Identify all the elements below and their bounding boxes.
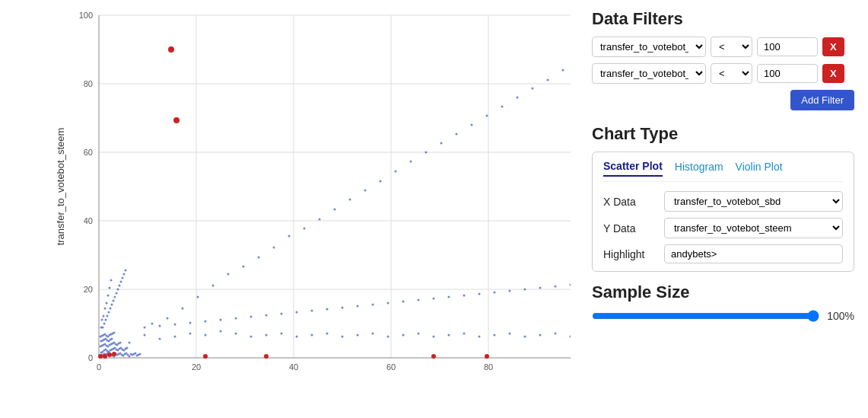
tab-violin-plot[interactable]: Violin Plot <box>736 160 783 177</box>
svg-point-216 <box>494 292 496 294</box>
svg-point-179 <box>380 180 382 183</box>
svg-text:80: 80 <box>484 362 493 372</box>
svg-point-114 <box>220 330 222 333</box>
x-data-select[interactable]: transfer_to_votebot_sbd <box>664 191 843 212</box>
svg-point-233 <box>112 352 116 356</box>
tab-scatter-plot[interactable]: Scatter Plot <box>603 160 663 177</box>
svg-point-190 <box>547 79 549 81</box>
svg-point-144 <box>108 311 110 314</box>
svg-point-128 <box>433 336 435 338</box>
svg-point-231 <box>103 354 107 359</box>
svg-text:20: 20 <box>192 362 201 372</box>
svg-point-163 <box>110 279 113 282</box>
svg-point-182 <box>425 152 428 154</box>
svg-text:20: 20 <box>84 285 93 294</box>
tab-histogram[interactable]: Histogram <box>675 160 723 177</box>
svg-point-165 <box>167 317 169 320</box>
svg-text:0: 0 <box>88 353 93 362</box>
svg-point-183 <box>440 142 443 145</box>
filter-field-select-2[interactable]: transfer_to_votebot_ <box>592 63 706 84</box>
svg-point-196 <box>189 322 192 324</box>
svg-point-186 <box>486 115 488 117</box>
scatter-plot-svg: 0 20 40 60 80 100 0 20 40 60 80 100 tran… <box>53 8 571 380</box>
sample-size-display: 100% <box>827 310 854 322</box>
svg-point-154 <box>123 273 126 276</box>
svg-point-147 <box>113 300 115 302</box>
svg-point-120 <box>311 334 313 337</box>
svg-point-212 <box>433 298 435 300</box>
filter-remove-button-2[interactable]: X <box>822 64 844 83</box>
svg-point-135 <box>539 334 542 337</box>
svg-point-195 <box>174 324 176 326</box>
chart-area: 0 20 40 60 80 100 0 20 40 60 80 100 tran… <box>0 0 578 418</box>
filter-row-1: transfer_to_votebot_ < > = X <box>592 37 854 57</box>
svg-point-111 <box>174 336 176 338</box>
svg-point-180 <box>395 171 397 173</box>
svg-point-225 <box>203 354 208 359</box>
svg-point-213 <box>448 296 450 298</box>
svg-point-219 <box>539 287 542 289</box>
svg-point-206 <box>342 307 344 309</box>
svg-text:0: 0 <box>97 362 101 372</box>
svg-point-209 <box>387 302 389 305</box>
svg-point-215 <box>479 293 481 295</box>
svg-point-141 <box>103 323 106 325</box>
svg-point-174 <box>304 228 306 230</box>
svg-point-191 <box>562 69 564 72</box>
svg-point-181 <box>410 161 412 163</box>
svg-text:60: 60 <box>386 362 396 372</box>
highlight-input[interactable] <box>664 244 843 263</box>
svg-point-203 <box>296 311 298 314</box>
svg-point-116 <box>250 336 253 338</box>
svg-point-112 <box>189 333 192 335</box>
y-data-label: Y Data <box>603 222 664 235</box>
svg-point-126 <box>402 334 405 337</box>
filter-value-input-2[interactable] <box>757 64 818 83</box>
svg-point-133 <box>509 333 511 335</box>
svg-point-136 <box>555 333 557 335</box>
svg-point-210 <box>402 301 405 303</box>
filter-remove-button-1[interactable]: X <box>822 37 844 56</box>
svg-point-172 <box>273 247 275 249</box>
sample-size-slider[interactable] <box>592 310 819 322</box>
svg-point-173 <box>288 235 291 238</box>
svg-point-187 <box>501 106 504 108</box>
svg-point-108 <box>129 342 131 344</box>
svg-text:40: 40 <box>289 362 298 372</box>
svg-point-161 <box>107 295 110 297</box>
svg-point-137 <box>570 336 571 338</box>
filter-value-input-1[interactable] <box>757 37 818 56</box>
svg-point-205 <box>326 308 329 311</box>
svg-point-107 <box>113 332 116 334</box>
svg-text:transfer_to_votebot_sbd: transfer_to_votebot_sbd <box>289 378 396 380</box>
svg-point-151 <box>119 285 121 287</box>
svg-point-217 <box>509 290 511 292</box>
filter-row-2: transfer_to_votebot_ < > = X <box>592 63 854 84</box>
svg-point-130 <box>463 333 466 335</box>
svg-point-142 <box>105 319 107 321</box>
svg-text:40: 40 <box>84 216 93 225</box>
svg-point-113 <box>205 334 207 337</box>
filter-field-select-1[interactable]: transfer_to_votebot_ <box>592 37 706 57</box>
y-data-select[interactable]: transfer_to_votebot_steem <box>664 218 843 238</box>
svg-point-149 <box>116 292 118 295</box>
svg-point-185 <box>471 124 473 126</box>
svg-point-123 <box>357 334 359 337</box>
svg-point-89 <box>119 342 122 344</box>
controls-panel: Data Filters transfer_to_votebot_ < > = … <box>578 0 868 418</box>
svg-point-202 <box>281 313 283 315</box>
svg-point-124 <box>372 333 374 335</box>
svg-point-127 <box>418 333 420 335</box>
highlight-label: Highlight <box>603 248 664 260</box>
svg-point-155 <box>125 270 127 272</box>
svg-point-221 <box>570 284 571 286</box>
svg-point-188 <box>517 97 519 99</box>
svg-text:transfer_to_votebot_steem: transfer_to_votebot_steem <box>55 128 66 246</box>
filter-op-select-1[interactable]: < > = <box>711 37 752 57</box>
add-filter-button[interactable]: Add Filter <box>790 90 854 110</box>
sample-size-section: Sample Size 100% <box>592 282 854 322</box>
svg-point-232 <box>107 353 112 357</box>
filter-op-select-2[interactable]: < > = <box>711 63 752 84</box>
svg-point-162 <box>109 287 111 289</box>
svg-text:60: 60 <box>84 148 93 157</box>
